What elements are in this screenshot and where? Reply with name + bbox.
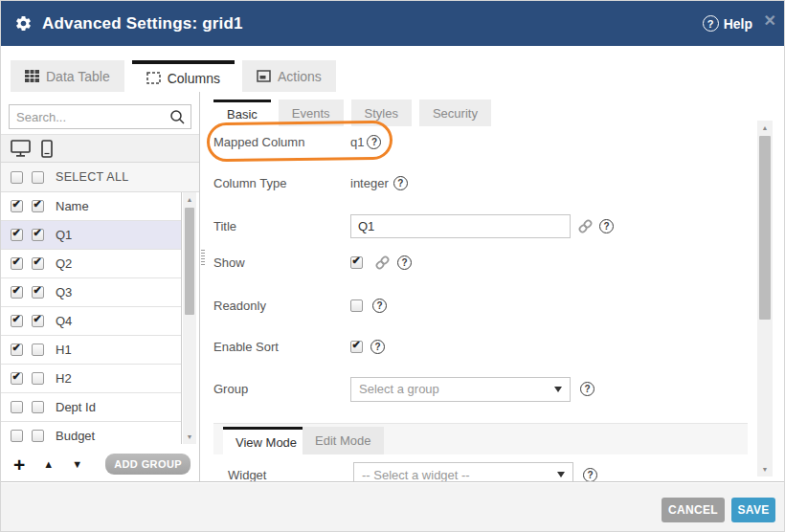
search-icon	[169, 109, 185, 124]
enable-sort-row: Enable Sort ?	[213, 336, 385, 357]
search-input[interactable]	[10, 110, 169, 124]
tab-label: Data Table	[46, 69, 110, 84]
mobile-checkbox[interactable]	[32, 315, 44, 327]
add-column-button[interactable]: +	[13, 454, 25, 475]
desktop-checkbox[interactable]	[11, 229, 23, 241]
move-up-button[interactable]: ▲	[43, 458, 54, 470]
column-label: Q3	[56, 285, 72, 299]
scroll-down-icon[interactable]: ▼	[757, 463, 773, 476]
column-list-item[interactable]: Dept Id	[1, 393, 181, 422]
readonly-row: Readonly ?	[213, 295, 387, 316]
desktop-checkbox[interactable]	[11, 430, 23, 442]
widget-label: Widget	[228, 468, 353, 482]
mobile-checkbox[interactable]	[32, 372, 44, 385]
select-all-desktop-checkbox[interactable]	[11, 171, 23, 184]
detail-tab-bar: Basic Events Styles Security	[213, 100, 491, 126]
desktop-checkbox[interactable]	[11, 315, 23, 327]
scrollbar-thumb[interactable]	[185, 208, 194, 315]
group-select[interactable]: Select a group	[350, 377, 571, 402]
mobile-checkbox[interactable]	[32, 401, 44, 413]
chevron-down-icon	[554, 387, 562, 392]
mobile-checkbox[interactable]	[32, 229, 44, 241]
main-tab-bar: Data Table Columns Actions	[11, 60, 336, 92]
column-label: Q1	[56, 228, 72, 242]
select-all-label: SELECT ALL	[56, 170, 128, 184]
title-row: Title ?	[213, 213, 614, 238]
tab-data-table[interactable]: Data Table	[11, 60, 124, 92]
title-input[interactable]	[350, 214, 571, 238]
add-group-button[interactable]: ADD GROUP	[105, 454, 191, 475]
link-binding-icon[interactable]	[374, 255, 391, 271]
left-scrollbar[interactable]: ▲ ▼	[183, 192, 196, 444]
widget-select-placeholder: -- Select a widget --	[354, 468, 470, 482]
scrollbar-thumb[interactable]	[759, 136, 771, 320]
widget-help-icon[interactable]: ?	[583, 468, 597, 482]
column-list-item[interactable]: Q4	[1, 307, 181, 336]
readonly-help-icon[interactable]: ?	[372, 299, 387, 313]
select-all-mobile-checkbox[interactable]	[32, 171, 44, 184]
widget-select[interactable]: -- Select a widget --	[353, 462, 573, 482]
column-list-item[interactable]: H1	[1, 336, 181, 365]
help-icon: ?	[703, 15, 719, 32]
dialog-header: Advanced Settings: grid1 ? Help ✕	[1, 1, 784, 46]
tab-events[interactable]: Events	[279, 100, 344, 126]
scroll-up-icon[interactable]: ▲	[183, 193, 196, 206]
move-down-button[interactable]: ▼	[72, 458, 82, 470]
column-type-row: Column Type integer ?	[213, 172, 408, 193]
splitter-handle[interactable]	[201, 250, 205, 267]
enable-sort-checkbox[interactable]	[350, 341, 363, 353]
desktop-checkbox[interactable]	[11, 344, 23, 356]
enable-sort-help-icon[interactable]: ?	[370, 340, 385, 354]
column-list-item[interactable]: Q2	[1, 250, 181, 278]
desktop-checkbox[interactable]	[11, 200, 23, 212]
help-button[interactable]: ? Help	[703, 1, 752, 46]
tab-actions[interactable]: Actions	[242, 60, 336, 92]
desktop-checkbox[interactable]	[11, 286, 23, 299]
scroll-down-icon[interactable]: ▼	[183, 431, 196, 443]
group-help-icon[interactable]: ?	[580, 382, 594, 396]
desktop-checkbox[interactable]	[11, 372, 23, 385]
desktop-icon[interactable]	[11, 140, 31, 157]
column-type-help-icon[interactable]: ?	[393, 176, 408, 190]
title-help-icon[interactable]: ?	[599, 219, 614, 233]
tab-basic[interactable]: Basic	[213, 100, 271, 126]
mobile-checkbox[interactable]	[32, 344, 44, 356]
column-list-item[interactable]: Budget	[1, 422, 181, 444]
tab-view-mode[interactable]: View Mode	[223, 427, 309, 454]
mobile-checkbox[interactable]	[32, 200, 44, 212]
show-help-icon[interactable]: ?	[397, 255, 412, 270]
help-label: Help	[724, 16, 752, 32]
mobile-checkbox[interactable]	[32, 257, 44, 270]
close-icon[interactable]: ✕	[764, 13, 776, 29]
column-list-item[interactable]: Q1	[1, 221, 181, 250]
tab-edit-mode[interactable]: Edit Mode	[303, 427, 384, 454]
mobile-checkbox[interactable]	[32, 286, 44, 299]
right-scrollbar[interactable]: ▲ ▼	[757, 121, 773, 477]
save-button[interactable]: SAVE	[731, 498, 775, 522]
widget-row: Widget -- Select a widget -- ?	[228, 462, 597, 482]
column-label: Dept Id	[56, 400, 96, 414]
mobile-icon[interactable]	[41, 140, 53, 158]
desktop-checkbox[interactable]	[11, 257, 23, 270]
mapped-column-help-icon[interactable]: ?	[367, 135, 381, 149]
content-area: SELECT ALL Name Q1 Q2 Q3 Q4 H1 H2 Dept I…	[1, 92, 785, 482]
search-box	[9, 104, 191, 129]
column-label: Budget	[56, 429, 95, 443]
desktop-checkbox[interactable]	[11, 401, 23, 413]
mobile-checkbox[interactable]	[32, 430, 44, 442]
group-select-placeholder: Select a group	[351, 382, 439, 396]
tab-security[interactable]: Security	[419, 100, 491, 126]
scroll-up-icon[interactable]: ▲	[757, 122, 773, 134]
show-checkbox[interactable]	[350, 256, 363, 269]
link-binding-icon[interactable]	[577, 218, 594, 234]
tab-styles[interactable]: Styles	[351, 100, 412, 126]
readonly-checkbox[interactable]	[350, 299, 363, 312]
show-row: Show ?	[213, 252, 412, 273]
cancel-button[interactable]: CANCEL	[662, 498, 725, 522]
column-list-item[interactable]: Name	[1, 192, 181, 221]
column-list-item[interactable]: H2	[1, 365, 181, 393]
tab-columns[interactable]: Columns	[132, 60, 235, 92]
tab-label: Actions	[278, 69, 322, 84]
column-list-item[interactable]: Q3	[1, 278, 181, 307]
select-all-row[interactable]: SELECT ALL	[1, 163, 199, 192]
